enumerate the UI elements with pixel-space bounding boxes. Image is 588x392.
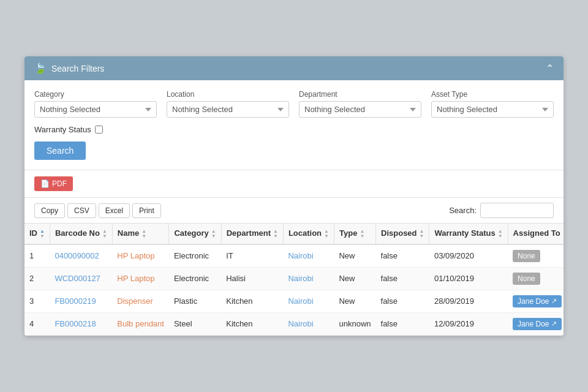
assets-table: ID▲▼ Barcode No▲▼ Name▲▼ Category▲▼ Depa…	[24, 224, 564, 336]
datatable-buttons: Copy CSV Excel Print	[34, 203, 161, 218]
cell-type: New	[334, 244, 375, 268]
table-row: 2WCD000127HP LaptopElectronicHalisiNairo…	[24, 267, 564, 290]
cell-type: New	[334, 290, 375, 312]
cell-disposed: false	[376, 290, 429, 312]
col-id[interactable]: ID▲▼	[24, 224, 50, 244]
cell-category: Steel	[169, 312, 221, 335]
table-search-area: Search:	[449, 203, 554, 218]
col-type[interactable]: Type▲▼	[334, 224, 375, 244]
warranty-checkbox[interactable]	[95, 126, 103, 134]
cell-name: Bulb pendant	[112, 312, 169, 335]
cell-disposed: false	[376, 267, 429, 290]
cell-warranty-status: 28/09/2019	[429, 290, 508, 312]
filters-title: Search Filters	[51, 64, 104, 74]
cell-barcode[interactable]: FB0000218	[50, 312, 112, 335]
cell-id: 1	[24, 244, 50, 268]
table-container: ID▲▼ Barcode No▲▼ Name▲▼ Category▲▼ Depa…	[24, 224, 564, 336]
department-label: Department	[299, 90, 421, 99]
cell-id: 4	[24, 312, 50, 335]
cell-id: 2	[24, 267, 50, 290]
cell-name: Dispenser	[112, 290, 169, 312]
location-label: Location	[167, 90, 289, 99]
search-filters-header: 🍃 Search Filters ⌃	[24, 56, 564, 80]
external-link-icon: ↗	[551, 320, 557, 328]
cell-location: Nairobi	[283, 244, 334, 268]
datatable-toolbar: Copy CSV Excel Print Search:	[24, 198, 564, 224]
csv-button[interactable]: CSV	[67, 203, 96, 218]
copy-button[interactable]: Copy	[34, 203, 65, 218]
filters-body: Category Nothing Selected Location Nothi…	[24, 80, 564, 170]
asset-type-label: Asset Type	[431, 90, 554, 99]
col-category[interactable]: Category▲▼	[169, 224, 221, 244]
cell-department: Kitchen	[221, 290, 283, 312]
filter-row-main: Category Nothing Selected Location Nothi…	[34, 90, 554, 118]
cell-name: HP Laptop	[112, 267, 169, 290]
col-barcode[interactable]: Barcode No▲▼	[50, 224, 112, 244]
department-select[interactable]: Nothing Selected	[299, 101, 421, 118]
location-select[interactable]: Nothing Selected	[167, 101, 289, 118]
col-disposed[interactable]: Disposed▲▼	[376, 224, 429, 244]
warranty-row: Warranty Status	[34, 125, 554, 134]
col-assigned-to[interactable]: Assigned To▲▼	[508, 224, 564, 244]
col-name[interactable]: Name▲▼	[112, 224, 169, 244]
search-button[interactable]: Search	[34, 141, 86, 160]
table-row: 10400090002HP LaptopElectronicITNairobiN…	[24, 244, 564, 268]
category-label: Category	[34, 90, 157, 99]
table-row: 4FB0000218Bulb pendantSteelKitchenNairob…	[24, 312, 564, 335]
cell-type: unknown	[334, 312, 375, 335]
leaf-icon: 🍃	[34, 62, 47, 74]
cell-location: Nairobi	[283, 290, 334, 312]
table-search-input[interactable]	[480, 203, 554, 218]
cell-barcode[interactable]: 0400090002	[50, 244, 112, 268]
col-warranty-status[interactable]: Warranty Status▲▼	[429, 224, 508, 244]
cell-warranty-status: 03/09/2020	[429, 244, 508, 268]
cell-category: Plastic	[169, 290, 221, 312]
cell-disposed: false	[376, 244, 429, 268]
pdf-toolbar: 📄 PDF	[24, 170, 564, 198]
cell-assigned-to: None	[508, 267, 564, 290]
cell-location: Nairobi	[283, 312, 334, 335]
cell-assigned-to[interactable]: Jane Doe ↗	[508, 290, 564, 312]
table-search-label: Search:	[449, 206, 477, 215]
excel-button[interactable]: Excel	[99, 203, 130, 218]
print-button[interactable]: Print	[132, 203, 161, 218]
col-location[interactable]: Location▲▼	[283, 224, 334, 244]
collapse-button[interactable]: ⌃	[546, 62, 554, 74]
table-header-row: ID▲▼ Barcode No▲▼ Name▲▼ Category▲▼ Depa…	[24, 224, 564, 244]
cell-id: 3	[24, 290, 50, 312]
cell-category: Electronic	[169, 244, 221, 268]
cell-warranty-status: 12/09/2019	[429, 312, 508, 335]
cell-name: HP Laptop	[112, 244, 169, 268]
pdf-button[interactable]: 📄 PDF	[34, 176, 73, 191]
external-link-icon: ↗	[551, 297, 557, 305]
category-select[interactable]: Nothing Selected	[34, 101, 157, 118]
cell-department: Kitchen	[221, 312, 283, 335]
cell-disposed: false	[376, 312, 429, 335]
cell-assigned-to: None	[508, 244, 564, 268]
location-filter-group: Location Nothing Selected	[167, 90, 289, 118]
cell-type: New	[334, 267, 375, 290]
cell-warranty-status: 01/10/2019	[429, 267, 508, 290]
cell-barcode[interactable]: WCD000127	[50, 267, 112, 290]
pdf-label: PDF	[52, 179, 67, 188]
cell-assigned-to[interactable]: Jane Doe ↗	[508, 312, 564, 335]
cell-department: IT	[221, 244, 283, 268]
category-filter-group: Category Nothing Selected	[34, 90, 157, 118]
table-row: 3FB0000219DispenserPlasticKitchenNairobi…	[24, 290, 564, 312]
department-filter-group: Department Nothing Selected	[299, 90, 421, 118]
col-department[interactable]: Department▲▼	[221, 224, 283, 244]
asset-type-filter-group: Asset Type Nothing Selected	[431, 90, 554, 118]
warranty-label: Warranty Status	[34, 125, 91, 134]
cell-category: Electronic	[169, 267, 221, 290]
cell-barcode[interactable]: FB0000219	[50, 290, 112, 312]
cell-department: Halisi	[221, 267, 283, 290]
pdf-icon: 📄	[40, 179, 50, 188]
cell-location: Nairobi	[283, 267, 334, 290]
asset-type-select[interactable]: Nothing Selected	[431, 101, 554, 118]
